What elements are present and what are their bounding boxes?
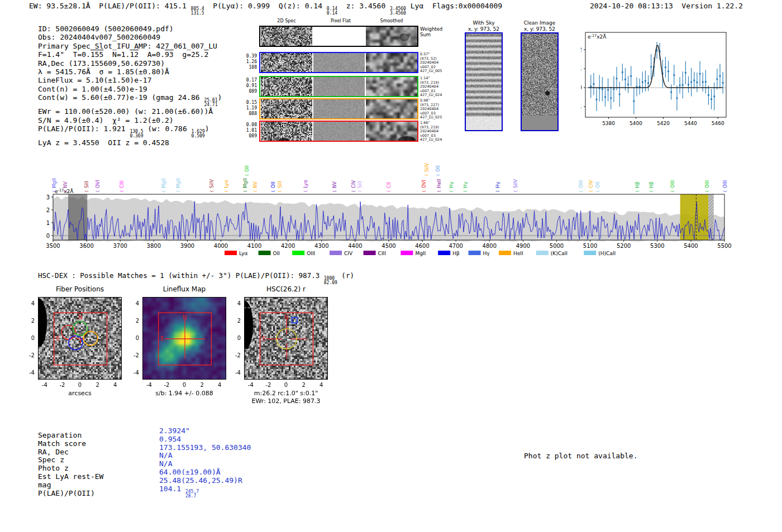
line-marker-label: CIV — [588, 180, 594, 188]
svg-text:4700: 4700 — [449, 243, 462, 249]
line-marker-label: OII — [244, 165, 250, 172]
line-marker-brace: { — [63, 190, 68, 193]
line-marker-label: SiIV — [513, 179, 518, 188]
compass-e-label: E — [263, 336, 266, 342]
line-marker-brace: { — [422, 190, 426, 193]
pixel-flat-image — [313, 53, 365, 72]
legend-label: (K)CaII — [551, 251, 568, 256]
line-marker-label: NV — [63, 181, 68, 188]
svg-text:3600: 3600 — [79, 243, 93, 249]
cutout-ytick: 0 — [129, 335, 139, 341]
line-marker-label: CII — [386, 182, 392, 188]
cutout-xtick: -4 — [144, 382, 155, 388]
legend-swatch — [225, 251, 237, 255]
line-marker-label: Hγ — [495, 182, 500, 188]
svg-text:3700: 3700 — [113, 243, 127, 249]
col-title-2d-spec: 2D Spec — [267, 18, 306, 23]
svg-text:5000: 5000 — [550, 243, 564, 249]
legend-label: OIII — [307, 251, 315, 256]
line-marker-label: NV — [332, 181, 337, 188]
svg-text:1: 1 — [46, 220, 50, 226]
line-marker-brace: { — [161, 190, 166, 193]
2d-spec-image — [261, 53, 312, 72]
svg-text:1: 1 — [581, 66, 582, 71]
match-label-5: Est LyA rest-EW — [38, 473, 103, 481]
cutout-xtick: -4 — [245, 382, 256, 388]
withsky-xy: x, y: 973, 52 — [461, 26, 506, 32]
svg-text:4500: 4500 — [382, 243, 395, 249]
line-marker-brace: { — [120, 190, 124, 193]
cutout-ytick: 0 — [231, 335, 241, 341]
withsky-title: With Sky x, y: 973, 52 — [461, 20, 506, 32]
pixel-flat-image — [313, 77, 365, 96]
svg-text:4300: 4300 — [314, 243, 328, 249]
full-spectrum-plot: 0123e-17x2Å35003600370038003900400041004… — [45, 157, 748, 261]
legend-swatch — [536, 251, 549, 255]
svg-text:5420: 5420 — [657, 121, 670, 126]
cutout-overlay: NE — [245, 298, 328, 380]
smoothed-image — [366, 122, 417, 141]
line-marker-brace: { — [595, 190, 600, 193]
cutout-xtick: -2 — [56, 382, 68, 388]
compass-e-label: E — [161, 336, 164, 342]
fiber-circle — [73, 322, 87, 336]
stacked-value: 1.6290.509 — [192, 130, 205, 138]
svg-text:5400: 5400 — [630, 121, 642, 126]
withsky-title-line: With Sky — [461, 20, 506, 26]
2d-row-4 — [259, 121, 418, 142]
line-marker-brace: { — [723, 190, 727, 193]
stacked-value: 245.728.7 — [185, 490, 199, 499]
cutout-ytick: 2 — [231, 318, 241, 324]
info-line-8: Cont(w) = 5.60(±0.77)e-19 (gmag 24.86 25… — [38, 93, 222, 107]
svg-text:3500: 3500 — [46, 243, 60, 249]
2d-row-0-right-labels: WeightedSum — [420, 26, 442, 37]
cutout-xtick: 4 — [109, 382, 121, 388]
line-marker-label: HeII — [436, 179, 442, 188]
svg-text:3: 3 — [46, 194, 50, 200]
line-marker-brace: { — [437, 190, 441, 193]
legend-swatch — [469, 251, 481, 255]
match-table-values: 2.3924"0.954173.155193, 50.630340N/AN/A6… — [159, 427, 251, 499]
elixer-report-page: EW: 93.5±28.1Å P(LAE)/P(OII): 415.1 805.… — [0, 0, 782, 532]
line-marker-label: OIII — [704, 180, 710, 188]
svg-text:5300: 5300 — [650, 243, 664, 249]
line-marker-label: Hγ — [462, 182, 468, 188]
line-marker-brace: { — [243, 190, 247, 193]
clean-canvas — [522, 33, 557, 130]
info-line-12: LyA z = 3.4550 OII z = 0.4528 — [38, 138, 222, 147]
line-marker-label: Hβ — [649, 181, 654, 188]
line-marker-label: MgII — [161, 178, 166, 188]
line-marker-brace: { — [351, 190, 356, 193]
match-value-5: 64.00(±19.00)Å — [159, 468, 251, 477]
match-label-0: Separation — [38, 432, 103, 440]
cutout-ytick: 2 — [25, 318, 35, 324]
info-line-5: λ = 5415.76Å σ = 1.85(±0.80)Å — [38, 68, 222, 76]
info-line-11: P(LAE)/P(OII): 1.921 130.50.369 (w: 0.78… — [38, 124, 222, 138]
cutout-ytick: 4 — [231, 300, 241, 306]
svg-text:4400: 4400 — [348, 243, 362, 249]
match-label-2: RA, Dec — [38, 448, 103, 457]
legend-label: MgII — [415, 251, 426, 256]
line-marker-brace: { — [52, 190, 56, 193]
line-marker-brace: { — [463, 190, 468, 193]
svg-text:4600: 4600 — [415, 243, 429, 249]
line-marker-brace: { — [635, 190, 640, 193]
cutout-overlay: NE — [39, 298, 122, 380]
svg-text:2: 2 — [46, 207, 50, 213]
legend-swatch — [292, 251, 304, 255]
line-marker-brace: { — [449, 190, 454, 193]
line-marker-brace: { — [245, 174, 249, 176]
legend-label: CIII — [378, 251, 386, 256]
line-marker-label: CIV — [351, 180, 356, 188]
svg-text:5100: 5100 — [583, 243, 597, 249]
smoothed-image — [366, 53, 417, 72]
compass-n-label: N — [183, 314, 187, 320]
line-marker-brace: { — [495, 190, 500, 193]
svg-text:4800: 4800 — [483, 243, 497, 249]
match-value-7: 104.1 245.728.7 — [159, 485, 251, 499]
2d-row-3-left-labels: 0.151.19088 — [245, 100, 257, 117]
match-value-1: 0.954 — [159, 435, 251, 444]
cutout-xlabel-0: arcsecs — [27, 390, 133, 397]
cutout-xlabel-2: m:26.2 rc:1.0" s:0.1" — [233, 390, 339, 397]
cutout-title-1: Lineflux Map — [131, 285, 237, 293]
